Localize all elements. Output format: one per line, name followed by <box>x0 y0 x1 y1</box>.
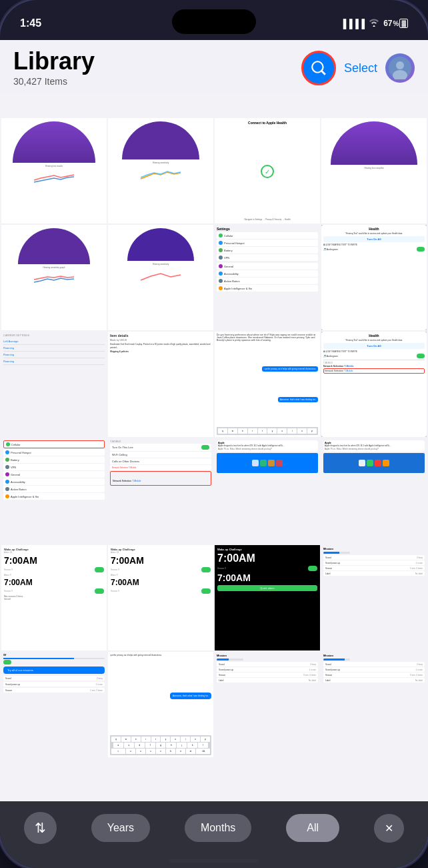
grid-item[interactable]: Mission SoundOrincy Sound power-up1 in u… <box>321 652 427 757</box>
avatar-image <box>389 57 411 79</box>
bottom-toolbar: ⇅ Years Months All ✕ <box>0 801 428 868</box>
grid-item[interactable]: Item details Made by UK/US Handmade God … <box>108 332 213 437</box>
svg-point-1 <box>396 61 404 69</box>
search-button[interactable] <box>301 51 336 85</box>
grid-item[interactable]: i prefer privacy, as it helps with givin… <box>108 652 213 757</box>
content-area: Library 30,427 Items Select <box>0 40 428 801</box>
grid-item[interactable]: Health "Hearing Test" would like to acce… <box>321 332 427 437</box>
header-right: Select <box>301 51 415 85</box>
months-button[interactable]: Months <box>185 814 251 842</box>
signal-icon: ▐▐▐▐ <box>340 19 365 29</box>
grid-item[interactable]: Apple Apple dropped a new font for when … <box>321 438 427 544</box>
grid-item[interactable]: T-MOBILE Turn On This Line Wi-Fi Calling… <box>108 438 213 544</box>
grid-item[interactable]: Cellular Personal Hotspot Battery V <box>1 438 107 544</box>
item-count: 30,427 Items <box>13 76 95 87</box>
search-icon <box>310 59 327 77</box>
wifi-icon <box>369 19 379 29</box>
close-button[interactable]: ✕ <box>374 814 404 843</box>
grid-item[interactable]: Settings Cellular Personal Hotspot Batte… <box>215 225 320 330</box>
battery-icon: 67 % ▓ <box>383 19 408 28</box>
select-button[interactable]: Select <box>344 61 377 75</box>
header-left: Library 30,427 Items <box>13 48 95 87</box>
sort-icon: ⇅ <box>35 821 46 835</box>
grid-item[interactable]: Wake-up Challenge Alarm 1X 7:00AM Snooze… <box>108 545 213 650</box>
grid-item[interactable]: Off Try all of our missions SoundOrincy <box>1 652 107 757</box>
sort-button[interactable]: ⇅ <box>24 812 57 844</box>
grid-item[interactable]: Connect to Apple Health ✓ Navigate to Se… <box>215 118 320 224</box>
grid-item[interactable]: Mission SoundOrincy Sound power-up1 in u… <box>321 545 427 650</box>
status-icons: ▐▐▐▐ 67 % ▓ <box>340 19 408 29</box>
grid-item[interactable]: CARRIER SETTINGS Left Average Roaming Ro… <box>1 332 107 437</box>
grid-item[interactable]: Hearing test complete <box>321 118 427 224</box>
phone-frame: 1:45 ▐▐▐▐ 67 % ▓ Library 30,427 Items <box>0 0 428 868</box>
grid-container: Hearing test results Hearing sensitivity <box>0 117 428 759</box>
library-title: Library <box>13 48 95 75</box>
status-time: 1:45 <box>20 17 41 29</box>
grid-item[interactable]: Hearing sensitivity <box>108 118 213 224</box>
grid-item[interactable]: Hearing sensitivity <box>108 225 213 330</box>
grid-item[interactable]: Hearing test results <box>1 118 107 224</box>
years-button[interactable]: Years <box>91 814 150 842</box>
grid-item[interactable]: Wake-up Challenge Alarm 1X 7:00AM Snooze… <box>1 545 107 650</box>
all-button[interactable]: All <box>286 814 339 842</box>
grid-item[interactable]: Hearing sensitivity graph <box>1 225 107 330</box>
grid-item[interactable]: Apple Apple dropped a new font for when … <box>215 438 320 544</box>
grid-item[interactable]: Health "Hearing Test" would like to acce… <box>321 225 427 330</box>
grid-item[interactable]: Wake-up Challenge 7:00AM Snooze X 7:00AM… <box>215 545 320 650</box>
grid-item[interactable]: Do you have any preference about where w… <box>215 332 320 437</box>
avatar[interactable] <box>385 53 415 83</box>
dynamic-island <box>172 9 256 34</box>
library-header: Library 30,427 Items Select <box>0 40 428 93</box>
photo-grid: Hearing test results Hearing sensitivity <box>0 117 428 801</box>
grid-item[interactable]: Mission SoundOrincy Sound power-up1 in u… <box>215 652 320 757</box>
